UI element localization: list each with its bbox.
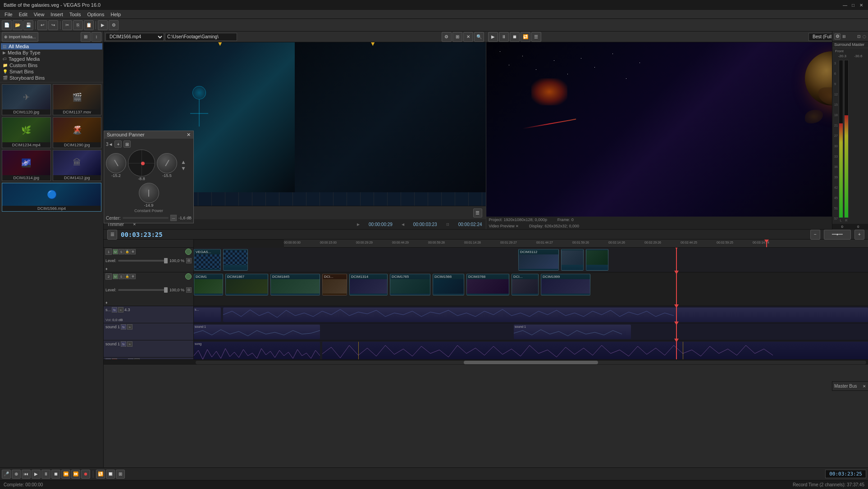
level-fader-2[interactable] (118, 289, 168, 291)
clip-v1-3[interactable]: DCIM3112 (518, 249, 559, 271)
audio-fx-3[interactable]: fx (121, 341, 126, 347)
bin-tagged[interactable]: 🏷 Tagged Media (1, 56, 102, 62)
trimmer-file-select[interactable]: DCIM1566.mp4 (105, 33, 164, 41)
prev-event[interactable]: ⏪ (61, 470, 70, 479)
clip-v2-5[interactable]: DCIM1314 (349, 274, 388, 295)
surround-settings-btn[interactable]: ⚙ (834, 33, 841, 40)
clip-v2-1[interactable]: DCIM1 (194, 274, 223, 295)
audio-env-1[interactable]: ≈ (118, 307, 123, 312)
track-color-2[interactable] (185, 273, 192, 280)
master-bus-close[interactable]: ✕ (863, 384, 866, 389)
trimmer-close[interactable]: ✕ (463, 32, 473, 42)
track-composite-2[interactable]: ⊕ (130, 274, 136, 279)
clip-v1-4[interactable] (561, 249, 584, 271)
track-mute-2[interactable]: M (113, 274, 118, 279)
timeline-settings-btn[interactable]: ☰ (107, 230, 117, 240)
track-level-btn-2[interactable]: ⊟ (186, 287, 192, 293)
cut-btn[interactable]: ✂ (62, 20, 72, 30)
audio-fx-1[interactable]: fx (112, 307, 117, 312)
bin-media-by-type[interactable]: ▶ Media By Type (1, 50, 102, 56)
new-btn[interactable]: 📄 (2, 20, 12, 30)
menu-edit[interactable]: Edit (16, 11, 30, 18)
paste-btn[interactable]: 📋 (84, 20, 94, 30)
save-btn[interactable]: 💾 (23, 20, 33, 30)
play-from-start[interactable]: ⏮ (22, 470, 31, 479)
clip-v2-4[interactable]: DCI... (322, 274, 347, 295)
menu-help[interactable]: Help (108, 11, 123, 18)
clip-v1-1[interactable]: VEGAS... (194, 249, 221, 271)
panner-grid[interactable]: ⊞ (123, 140, 131, 148)
loop-btn[interactable]: 🔁 (96, 470, 105, 479)
menu-view[interactable]: View (31, 11, 47, 18)
track-lock-2[interactable]: 🔒 (124, 274, 130, 279)
audio-env-3[interactable]: ≈ (127, 341, 132, 347)
media-item-1[interactable]: ✈ DCIM1120.jpg (2, 84, 51, 115)
level-thumb-2[interactable] (164, 287, 168, 293)
media-item-5[interactable]: 🌌 DCIM1314.jpg (2, 150, 51, 181)
close-btn[interactable]: ✕ (858, 2, 864, 8)
preview-stop[interactable]: ⏹ (510, 32, 520, 42)
trimmer-zoom-in[interactable]: 🔍 (474, 32, 484, 42)
center-slider[interactable] (123, 217, 169, 219)
clip-v1-2[interactable] (223, 249, 248, 271)
menu-file[interactable]: File (2, 11, 15, 18)
media-item-3[interactable]: 🌿 DCIM1234.mp4 (2, 117, 51, 148)
track-composite-1[interactable]: ⊕ (130, 249, 136, 254)
render-btn[interactable]: ▶ (98, 20, 108, 30)
trimmer-path[interactable] (165, 33, 237, 41)
media-item-6[interactable]: 🏛 DCIM1412.jpg (53, 150, 102, 181)
preview-pause[interactable]: ⏸ (499, 32, 509, 42)
snap-btn[interactable]: 🔲 (106, 470, 115, 479)
timeline-zoom-slider[interactable]: ━━●━━ (824, 230, 851, 240)
grid-btn[interactable]: ⊞ (116, 470, 125, 479)
copy-btn[interactable]: ⎘ (73, 20, 83, 30)
audio-fx-2[interactable]: fx (121, 324, 126, 330)
audio-clip-1-2[interactable] (223, 308, 868, 322)
trimmer-settings[interactable]: ⚙ (442, 32, 452, 42)
media-item-2[interactable]: 🎬 DCIM1137.mov (53, 84, 102, 115)
stop-btn[interactable]: ⏹ (51, 470, 60, 479)
track-mute-1[interactable]: M (113, 249, 118, 254)
level-thumb-1[interactable] (164, 258, 168, 263)
close-preview-btn[interactable]: ✕ (516, 224, 519, 228)
clip-v2-2[interactable]: DCIM1867 (225, 274, 268, 295)
sound1-clip-1[interactable]: sound 1 (194, 325, 320, 339)
center-value-box[interactable]: — (170, 215, 177, 221)
panner-up-arrow[interactable]: ▲ (181, 159, 186, 165)
surround-panner-close[interactable]: ✕ (187, 132, 191, 138)
media-item-7[interactable]: 🔵 DCIM1566.mp4 (2, 183, 101, 212)
clip-v1-5[interactable] (586, 249, 608, 271)
menu-insert[interactable]: Insert (48, 11, 66, 18)
track-solo-2[interactable]: S (119, 274, 124, 279)
clip-v2-10[interactable]: DCIM1999 (541, 274, 590, 295)
maximize-btn[interactable]: □ (850, 2, 856, 8)
stop[interactable]: ⏸ (41, 470, 50, 479)
play-pause[interactable]: ▶ (32, 470, 41, 479)
song-clip-2[interactable] (322, 342, 868, 359)
track-color-1[interactable] (185, 249, 192, 255)
clip-v2-9[interactable]: DCI... (512, 274, 539, 295)
panner-add[interactable]: + (114, 140, 122, 148)
song-clip-1[interactable]: song (194, 342, 320, 359)
timeline-zoom-out[interactable]: − (810, 230, 820, 240)
panner-down-arrow[interactable]: ▼ (181, 165, 186, 172)
menu-tools[interactable]: Tools (67, 11, 84, 18)
h-scrollbar-thumb[interactable] (464, 361, 598, 364)
clip-v2-3[interactable]: DCIM1845 (270, 274, 320, 295)
undo-btn[interactable]: ↩ (37, 20, 47, 30)
timeline-scrollbar[interactable] (104, 359, 868, 365)
media-item-4[interactable]: 🌋 DCIM1290.jpg (53, 117, 102, 148)
preview-loop[interactable]: 🔁 (521, 32, 530, 42)
bin-custom[interactable]: 📁 Custom Bins (1, 62, 102, 68)
audio-clip-1-1[interactable]: s... (194, 308, 221, 322)
clip-v2-7[interactable]: DCIM1566 (433, 274, 464, 295)
record[interactable]: ⏺ (81, 470, 90, 479)
clip-v2-6[interactable]: DCIM1765 (390, 274, 430, 295)
properties-btn[interactable]: ⚙ (109, 20, 119, 30)
track-solo-1[interactable]: S (119, 249, 124, 254)
track-lock-1[interactable]: 🔒 (124, 249, 130, 254)
audio-env-2[interactable]: ≈ (127, 324, 132, 330)
level-fader-1[interactable] (118, 260, 168, 262)
timeline-zoom-in[interactable]: + (854, 230, 864, 240)
minimize-btn[interactable]: — (842, 2, 848, 8)
